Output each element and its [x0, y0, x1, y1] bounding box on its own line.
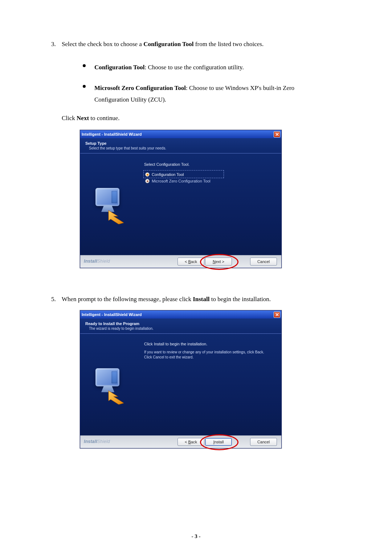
wizard-subheading: The wizard is ready to begin installatio… — [89, 327, 276, 331]
wizard-heading: Ready to Install the Program — [85, 321, 276, 326]
cancel-button[interactable]: Cancel — [250, 258, 277, 266]
wizard-title: Intelligent - InstallShield Wizard — [82, 312, 142, 317]
step-3-number: 3. — [51, 40, 56, 49]
monitor-graphic — [91, 188, 124, 224]
ready-line2: If you want to review or change any of y… — [144, 350, 271, 360]
bullet-dot-icon — [83, 64, 86, 67]
wizard-body: Click Install to begin the installation.… — [80, 334, 281, 435]
radio-config-label: Configuration Tool — [152, 172, 184, 177]
bullet-ms-zero: Microsoft Zero Configuration Tool: Choos… — [83, 82, 330, 105]
select-config-label: Select Configuration Tool. — [144, 162, 189, 167]
wizard-header: Setup Type Select the setup type that be… — [80, 138, 281, 153]
wizard-header: Ready to Install the Program The wizard … — [80, 319, 281, 334]
ready-line1: Click Install to begin the installation. — [144, 342, 207, 346]
step-3-text: 3. Select the check box to choose a Conf… — [62, 40, 330, 49]
next-button[interactable]: Next > — [205, 258, 232, 266]
wizard-body: Select Configuration Tool. Configuration… — [80, 153, 281, 255]
arrow-icon — [107, 389, 125, 405]
close-icon[interactable] — [274, 312, 280, 318]
wizard-titlebar[interactable]: Intelligent - InstallShield Wizard — [80, 311, 281, 319]
installshield-brand: InstallShield — [84, 439, 110, 444]
wizard-title: Intelligent - InstallShield Wizard — [82, 132, 142, 136]
back-button[interactable]: < Back — [177, 258, 204, 266]
cancel-button[interactable]: Cancel — [250, 438, 277, 446]
bullet-config-title: Configuration Tool — [94, 64, 144, 71]
step-5-number: 5. — [51, 296, 56, 303]
click-next-text: Click Next to continue. — [62, 115, 330, 122]
bullet-list: Configuration Tool: Choose to use the co… — [83, 62, 330, 105]
wizard-subheading: Select the setup type that best suits yo… — [89, 146, 276, 150]
wizard-ready-install: Intelligent - InstallShield Wizard Ready… — [80, 310, 282, 448]
bullet-ms-title: Microsoft Zero Configuration Tool — [94, 85, 186, 91]
radio-selected-icon — [145, 172, 150, 177]
wizard-footer: InstallShield < Back Next > Cancel — [80, 255, 281, 268]
radio-config-tool[interactable]: Configuration Tool — [145, 172, 184, 177]
wizard-titlebar[interactable]: Intelligent - InstallShield Wizard — [80, 130, 281, 138]
close-icon[interactable] — [274, 131, 280, 138]
step-5-text: 5. When prompt to the following message,… — [62, 296, 330, 303]
back-button[interactable]: < Back — [177, 438, 204, 446]
installshield-brand: InstallShield — [84, 259, 110, 264]
bullet-config-desc: : Choose to use the configuration utilit… — [144, 64, 244, 71]
monitor-graphic — [91, 368, 124, 405]
radio-ms-label: Microsoft Zero Configuration Tool — [152, 179, 211, 183]
radio-ms-zero[interactable]: Microsoft Zero Configuration Tool — [145, 179, 211, 183]
arrow-icon — [107, 208, 125, 224]
bullet-dot-icon — [83, 85, 86, 88]
install-button[interactable]: Install — [205, 438, 232, 446]
wizard-footer: InstallShield < Back Install Cancel — [80, 435, 281, 448]
wizard-setup-type: Intelligent - InstallShield Wizard Setup… — [80, 130, 282, 268]
bullet-config-tool: Configuration Tool: Choose to use the co… — [83, 62, 330, 73]
wizard-heading: Setup Type — [85, 141, 276, 145]
radio-unselected-icon — [145, 179, 150, 183]
page-number: - 3 - — [0, 533, 392, 539]
